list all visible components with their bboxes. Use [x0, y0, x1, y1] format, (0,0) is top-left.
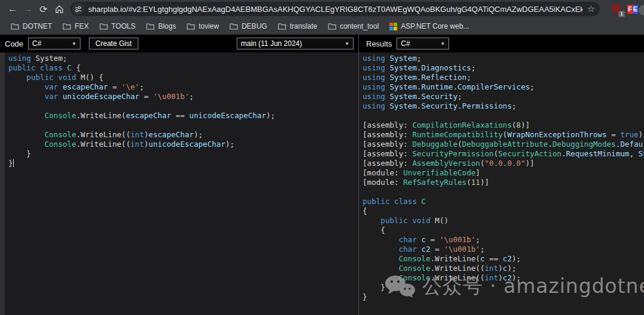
code-line: Console.WriteLine((int)escapeChar);	[8, 130, 275, 140]
extension-badge: 1	[618, 11, 625, 17]
code-line: var unicodeEscapeChar = '\u001b';	[8, 92, 275, 101]
shield-extension-icon[interactable]: 1	[609, 2, 623, 16]
code-line: [module: UnverifiableCode]	[363, 168, 644, 178]
bookmark-folder[interactable]: TOOLS	[95, 20, 140, 32]
microsoft-logo-icon	[389, 23, 397, 30]
bookmark-folder[interactable]: Blogs	[141, 20, 181, 32]
bookmarks-bar: DOTNETFEXTOOLSBlogstoviewDEBUGtranslatec…	[0, 18, 644, 35]
code-line: using System.Security;	[363, 92, 644, 101]
sharplab-toolbar: Code C# ▼ Create Gist main (11 Jun 2024)…	[0, 35, 644, 52]
bookmark-label: content_tool	[340, 22, 379, 30]
fe-extension-icon[interactable]: FE	[626, 2, 639, 16]
bookmark-label: DOTNET	[23, 22, 52, 30]
code-line: [assembly: SecurityPermission(SecurityAc…	[363, 149, 644, 159]
home-icon	[55, 5, 64, 14]
editor-gutter	[0, 52, 5, 315]
code-line: Console.WriteLine((int)c2);	[363, 273, 644, 283]
bookmark-folder[interactable]: toview	[182, 20, 224, 32]
code-line: using System;	[363, 54, 644, 63]
code-language-select[interactable]: C# ▼	[28, 38, 80, 50]
bookmark-folder[interactable]: content_tool	[323, 20, 383, 32]
browser-toolbar: ← → ⟳ sharplab.io/#v2:EYLgtghglgdgNAExAa…	[0, 0, 644, 18]
text-cursor	[13, 159, 14, 167]
code-line	[363, 111, 644, 121]
bookmark-aspnet[interactable]: ASP.NET Core web...	[385, 20, 473, 32]
decompiled-code: using System;using System.Diagnostics;us…	[359, 52, 644, 302]
code-line: [assembly: AssemblyVersion("0.0.0.0")]	[363, 159, 644, 168]
home-button[interactable]	[51, 1, 67, 17]
folder-icon	[11, 23, 19, 30]
bookmark-label: DEBUG	[242, 22, 267, 30]
forward-button[interactable]: →	[20, 1, 36, 17]
tune-icon	[75, 5, 82, 13]
address-bar[interactable]: sharplab.io/#v2:EYLgtghglgdgNAExAagD4AEB…	[70, 2, 600, 16]
chevron-down-icon: ▼	[440, 41, 445, 47]
code-line: [module: RefSafetyRules(11)]	[363, 178, 644, 187]
bookmark-star-icon[interactable]: ☆	[587, 4, 595, 14]
branch-select[interactable]: main (11 Jun 2024) ▼	[237, 38, 354, 50]
bookmark-folder[interactable]: DEBUG	[225, 20, 272, 32]
bookmark-label: Blogs	[158, 22, 176, 30]
folder-icon	[230, 23, 238, 30]
editor-panes: using System;public class C { public voi…	[0, 52, 644, 315]
bookmark-label: FEX	[75, 22, 88, 30]
bookmark-label: translate	[290, 22, 317, 30]
code-line: char c = '\u001b';	[363, 235, 644, 245]
code-line: [assembly: Debuggable(DebuggableAttribut…	[363, 140, 644, 149]
chevron-down-icon: ▼	[345, 41, 349, 47]
code-line: using System;	[8, 54, 275, 63]
url-text[interactable]: sharplab.io/#v2:EYLgtghglgdgNAExAagD4AEB…	[88, 5, 583, 14]
code-line: using System.Reflection;	[363, 73, 644, 82]
code-line: [assembly: RuntimeCompatibility(WrapNonE…	[363, 130, 644, 140]
code-line	[363, 187, 644, 197]
results-toolbar-section: Results C# ▼	[359, 35, 644, 52]
code-line: Console.WriteLine((int)c);	[363, 264, 644, 273]
code-line: public void M()	[363, 216, 644, 226]
code-label: Code	[5, 39, 23, 48]
branch-value: main (11 Jun 2024)	[241, 39, 302, 48]
bookmark-folders: DOTNETFEXTOOLSBlogstoviewDEBUGtranslatec…	[6, 20, 383, 32]
code-line: }	[363, 283, 644, 292]
code-language-value: C#	[32, 39, 41, 48]
folder-icon	[278, 23, 286, 30]
folder-icon	[187, 23, 195, 30]
code-toolbar-section: Code C# ▼ Create Gist main (11 Jun 2024)…	[0, 35, 359, 52]
code-editor-pane[interactable]: using System;public class C { public voi…	[0, 52, 359, 315]
folder-icon	[63, 23, 71, 30]
folder-icon	[100, 23, 108, 30]
code-line: }	[8, 159, 275, 168]
results-language-select[interactable]: C# ▼	[397, 38, 449, 50]
forward-icon: →	[23, 4, 33, 14]
code-line: char c2 = '\u001b';	[363, 245, 644, 254]
reload-icon: ⟳	[39, 4, 47, 15]
code-line: }	[363, 292, 644, 302]
bookmark-label: ASP.NET Core web...	[401, 22, 469, 30]
reload-button[interactable]: ⟳	[36, 1, 51, 17]
code-line: [assembly: CompilationRelaxations(8)]	[363, 121, 644, 130]
code-line: using System.Runtime.CompilerServices;	[363, 82, 644, 92]
create-gist-button[interactable]: Create Gist	[89, 38, 138, 50]
code-line: Console.WriteLine(escapeChar == unicodeE…	[8, 111, 275, 121]
site-settings-button[interactable]	[72, 3, 84, 15]
code-line: Console.WriteLine(c == c2);	[363, 254, 644, 264]
code-line: public class C	[363, 197, 644, 206]
bookmark-folder[interactable]: FEX	[58, 20, 93, 32]
profile-avatar[interactable]	[639, 5, 644, 16]
bookmark-folder[interactable]: DOTNET	[6, 20, 57, 32]
bookmark-label: TOOLS	[112, 22, 135, 30]
code-line: Console.WriteLine((int)unicodeEscapeChar…	[8, 140, 275, 149]
code-line: using System.Diagnostics;	[363, 63, 644, 73]
code-line	[8, 101, 275, 111]
browser-window: ← → ⟳ sharplab.io/#v2:EYLgtghglgdgNAExAa…	[0, 0, 644, 315]
code-line: public void M() {	[8, 73, 275, 82]
source-code[interactable]: using System;public class C { public voi…	[5, 52, 275, 315]
results-label: Results	[366, 39, 392, 48]
bookmark-folder[interactable]: translate	[273, 20, 322, 32]
chevron-down-icon: ▼	[72, 41, 76, 47]
results-language-value: C#	[401, 39, 410, 48]
code-line: }	[8, 149, 275, 159]
back-button[interactable]: ←	[5, 1, 20, 17]
code-line: var escapeChar = '\e';	[8, 82, 275, 92]
code-line: {	[363, 226, 644, 235]
results-pane: using System;using System.Diagnostics;us…	[359, 52, 644, 315]
